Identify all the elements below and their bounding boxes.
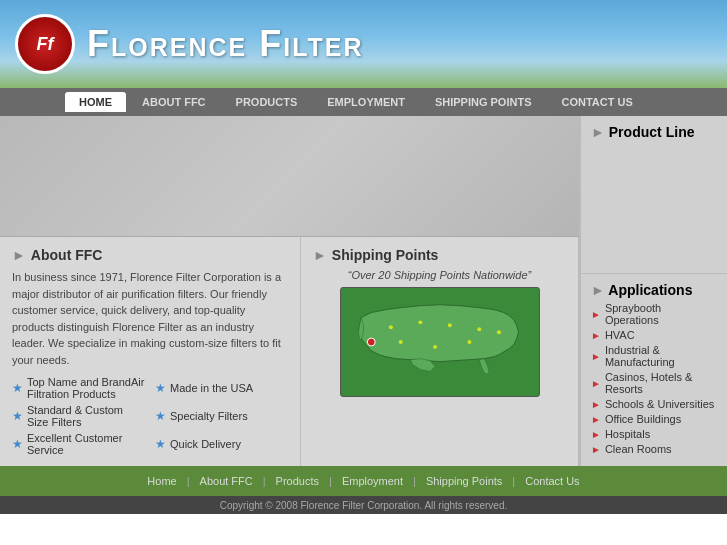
about-panel: ► About FFC In business since 1971, Flor…	[0, 237, 301, 466]
shipping-quote: “Over 20 Shipping Points Nationwide”	[348, 269, 531, 281]
nav-products[interactable]: Products	[222, 92, 312, 112]
shipping-icon: ►	[313, 247, 327, 263]
arrow-icon-3: ►	[591, 351, 601, 362]
app-item-8[interactable]: ► Clean Rooms	[591, 443, 717, 455]
footer-employment[interactable]: Employment	[332, 475, 413, 487]
panels-row: ► About FFC In business since 1971, Flor…	[0, 237, 579, 466]
svg-point-7	[418, 320, 422, 324]
arrow-icon-7: ►	[591, 429, 601, 440]
header: Ff Florence Filter	[0, 0, 727, 88]
applications-icon: ►	[591, 282, 605, 298]
map-container	[340, 287, 540, 397]
footer-products[interactable]: Products	[266, 475, 329, 487]
product-line-icon: ►	[591, 124, 605, 140]
copyright-text: Copyright © 2008 Florence Filter Corpora…	[220, 500, 508, 511]
svg-point-12	[433, 345, 437, 349]
main-content: ► About FFC In business since 1971, Flor…	[0, 116, 727, 466]
applications-heading: ► Applications	[591, 282, 717, 298]
usa-map-svg	[341, 288, 539, 396]
star-item-1: ★ Top Name and BrandAir Filtration Produ…	[12, 376, 145, 400]
applications-panel: ► Applications ► Spraybooth Operations ►…	[580, 274, 727, 466]
arrow-icon-8: ►	[591, 444, 601, 455]
copyright-bar: Copyright © 2008 Florence Filter Corpora…	[0, 496, 727, 514]
footer: Home | About FFC | Products | Employment…	[0, 466, 727, 496]
star-item-2: ★ Standard & Custom Size Filters	[12, 404, 145, 428]
about-text: In business since 1971, Florence Filter …	[12, 269, 288, 368]
star-icon-6: ★	[155, 437, 166, 451]
app-item-1[interactable]: ► Spraybooth Operations	[591, 302, 717, 326]
nav-shipping[interactable]: Shipping Points	[421, 92, 546, 112]
svg-point-8	[447, 323, 451, 327]
app-item-2[interactable]: ► HVAC	[591, 329, 717, 341]
star-list: ★ Top Name and BrandAir Filtration Produ…	[12, 376, 288, 456]
star-icon-1: ★	[12, 381, 23, 395]
app-item-6[interactable]: ► Office Buildings	[591, 413, 717, 425]
star-item-6: ★ Quick Delivery	[155, 432, 288, 456]
shipping-heading: ► Shipping Points	[313, 247, 438, 263]
star-item-3: ★ Excellent Customer Service	[12, 432, 145, 456]
star-icon-3: ★	[12, 437, 23, 451]
star-icon-5: ★	[155, 409, 166, 423]
footer-shipping[interactable]: Shipping Points	[416, 475, 512, 487]
svg-point-6	[388, 325, 392, 329]
svg-point-11	[467, 340, 471, 344]
about-heading: ► About FFC	[12, 247, 288, 263]
product-line-heading: ► Product Line	[591, 124, 717, 140]
shipping-panel: ► Shipping Points “Over 20 Shipping Poin…	[301, 237, 579, 466]
star-icon-2: ★	[12, 409, 23, 423]
arrow-icon-5: ►	[591, 399, 601, 410]
svg-point-10	[496, 330, 500, 334]
app-item-7[interactable]: ► Hospitals	[591, 428, 717, 440]
nav-contact[interactable]: Contact Us	[547, 92, 646, 112]
arrow-icon-1: ►	[591, 309, 601, 320]
footer-home[interactable]: Home	[137, 475, 186, 487]
app-item-5[interactable]: ► Schools & Universities	[591, 398, 717, 410]
svg-point-9	[477, 327, 481, 331]
site-title: Florence Filter	[87, 23, 364, 65]
app-item-4[interactable]: ► Casinos, Hotels & Resorts	[591, 371, 717, 395]
navigation: Home About FFC Products Employment Shipp…	[0, 88, 727, 116]
arrow-icon-6: ►	[591, 414, 601, 425]
product-line-panel: ► Product Line	[580, 116, 727, 274]
logo-initials: Ff	[37, 34, 54, 55]
nav-about[interactable]: About FFC	[128, 92, 220, 112]
applications-list: ► Spraybooth Operations ► HVAC ► Industr…	[591, 302, 717, 455]
svg-marker-1	[358, 305, 518, 362]
star-item-5: ★ Specialty Filters	[155, 404, 288, 428]
svg-point-5	[367, 338, 375, 346]
nav-home[interactable]: Home	[65, 92, 126, 112]
arrow-icon-4: ►	[591, 378, 601, 389]
hero-area	[0, 116, 579, 237]
star-icon-4: ★	[155, 381, 166, 395]
main-left: ► About FFC In business since 1971, Flor…	[0, 116, 579, 466]
app-item-3[interactable]: ► Industrial & Manufacturing	[591, 344, 717, 368]
nav-employment[interactable]: Employment	[313, 92, 419, 112]
arrow-icon-2: ►	[591, 330, 601, 341]
about-icon: ►	[12, 247, 26, 263]
svg-point-13	[398, 340, 402, 344]
footer-about[interactable]: About FFC	[190, 475, 263, 487]
footer-contact[interactable]: Contact Us	[515, 475, 589, 487]
star-item-4: ★ Made in the USA	[155, 376, 288, 400]
logo: Ff	[15, 14, 75, 74]
right-sidebar: ► Product Line ► Applications ► Sprayboo…	[579, 116, 727, 466]
